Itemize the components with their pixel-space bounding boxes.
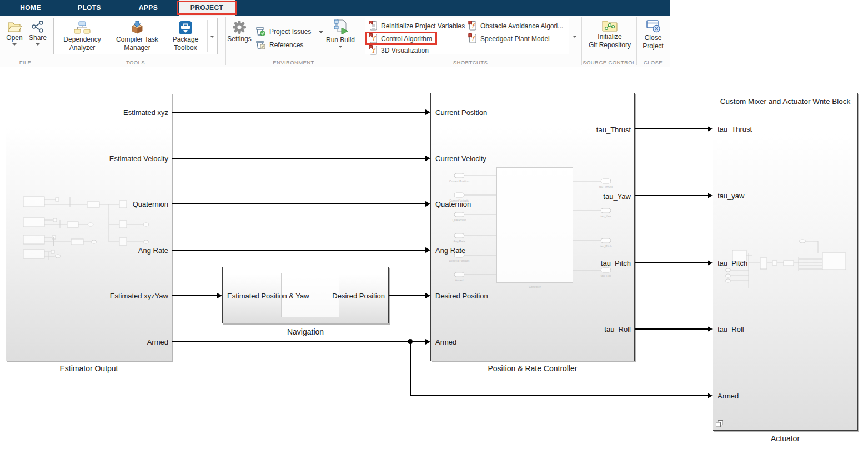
port-label: tau_yaw <box>718 191 744 201</box>
block-caption-navigation: Navigation <box>222 327 389 336</box>
section-label-source-control: SOURCE CONTROL <box>582 59 636 66</box>
run-build-label: Run Build <box>326 36 355 44</box>
port-label: Estimated Velocity <box>109 154 168 164</box>
simulink-model-canvas[interactable]: Estimated xyz Estimated Velocity Quatern… <box>0 67 868 449</box>
block-caption-position-rate-controller: Position & Rate Controller <box>430 364 635 373</box>
shortcut-function-icon: f <box>468 33 477 44</box>
close-project-button[interactable]: Close Project <box>638 19 669 50</box>
close-project-label-2: Project <box>643 42 663 50</box>
wire-arrowhead <box>708 393 713 398</box>
shortcut-obstacle-avoidance[interactable]: f Obstacle Avoidance Algori... <box>468 21 563 31</box>
shortcut-speedgoat-plant-model[interactable]: f Speedgoat Plant Model <box>468 33 550 44</box>
tab-apps[interactable]: APPS <box>120 0 177 16</box>
project-issues-button[interactable]: Project Issues <box>255 27 323 37</box>
toolstrip-ribbon: Open Share FILE Dependency Analyzer Comp… <box>0 16 670 67</box>
wire-arrowhead <box>708 260 713 266</box>
signal-wire-estimated-xyz[interactable] <box>172 112 425 113</box>
ghost-subsystem-preview <box>6 93 173 362</box>
signal-wire-desired-position[interactable] <box>389 295 425 296</box>
ghost-port-label: tau_Pitch <box>600 245 612 248</box>
compiler-task-manager-icon <box>130 21 144 35</box>
open-dropdown-caret[interactable] <box>12 43 17 46</box>
signal-wire-armed[interactable] <box>172 341 425 342</box>
signal-wire-estimated-xyzyaw[interactable] <box>172 295 217 296</box>
run-build-caret[interactable] <box>338 46 343 48</box>
shortcut-3d-visualization[interactable]: f 3D Visualization <box>369 45 429 56</box>
port-label: Estimated Position & Yaw <box>227 291 309 301</box>
dependency-analyzer-label-2: Analyzer <box>69 44 96 52</box>
dependency-analyzer-button[interactable]: Dependency Analyzer <box>54 18 111 54</box>
run-build-button[interactable]: Run Build <box>324 19 357 48</box>
shortcut-function-icon: f <box>468 21 477 31</box>
signal-wire-ang-rate[interactable] <box>172 250 425 251</box>
project-issues-icon <box>255 27 266 37</box>
ghost-port-label: Ang Rate <box>454 240 465 243</box>
share-dropdown-caret[interactable] <box>36 43 40 46</box>
references-button[interactable]: References <box>255 40 303 50</box>
package-toolbox-label-2: Toolbox <box>174 44 197 52</box>
signal-wire-tau-pitch[interactable] <box>635 262 708 263</box>
model-badge-icon <box>715 420 724 428</box>
section-label-environment: ENVIRONMENT <box>225 59 362 66</box>
ghost-port-label: tau_Yaw <box>600 214 611 218</box>
compiler-task-manager-label-2: Manager <box>124 44 150 52</box>
shortcut-label: Speedgoat Plant Model <box>480 35 550 43</box>
port-label: Current Velocity <box>435 154 486 164</box>
project-issues-caret[interactable] <box>319 31 323 33</box>
shortcut-label: 3D Visualization <box>381 47 429 54</box>
signal-wire-quaternion[interactable] <box>172 203 425 204</box>
shortcut-reinitialize-project-variables[interactable]: Reinitialize Project Variables <box>369 21 465 31</box>
port-label: Armed <box>435 337 456 347</box>
block-actuator[interactable]: Custom Mixer and Actuator Write Block ta… <box>713 93 858 431</box>
wire-arrowhead <box>708 326 713 332</box>
port-label: tau_Roll <box>718 325 744 335</box>
wire-arrowhead <box>708 193 713 198</box>
initialize-git-repository-button[interactable]: Initialize Git Repository <box>584 19 635 49</box>
port-label: Armed <box>147 337 168 347</box>
shortcuts-more-caret[interactable] <box>570 18 579 54</box>
ghost-port-label: Quaternion <box>453 218 466 222</box>
share-button[interactable]: Share <box>27 20 49 46</box>
settings-button[interactable]: Settings <box>227 20 252 43</box>
tools-groupbox: Dependency Analyzer Compiler Task Manage… <box>53 18 218 54</box>
block-position-rate-controller[interactable]: Current Position Current Velocity Quater… <box>430 93 635 361</box>
port-label: Desired Position <box>332 291 385 301</box>
shortcut-label: Obstacle Avoidance Algori... <box>480 22 563 30</box>
wire-arrowhead <box>425 156 430 161</box>
port-label: tau_Thrust <box>596 125 631 135</box>
package-toolbox-label-1: Package <box>173 36 199 43</box>
block-caption-actuator: Actuator <box>713 434 858 443</box>
ghost-port-label: tau_Thrust <box>599 185 613 188</box>
open-folder-icon <box>7 20 22 33</box>
port-label: Desired Position <box>435 291 488 301</box>
shortcut-control-algorithm[interactable]: f Control Algorithm <box>369 33 432 44</box>
references-icon <box>255 40 266 50</box>
port-label: tau_Yaw <box>603 192 631 202</box>
tab-home[interactable]: HOME <box>6 0 56 16</box>
open-button[interactable]: Open <box>3 20 26 46</box>
references-label: References <box>269 41 303 49</box>
section-separator <box>581 17 582 65</box>
signal-wire-tau-thrust[interactable] <box>635 128 708 129</box>
settings-label: Settings <box>227 35 251 43</box>
signal-wire-estimated-velocity[interactable] <box>172 158 425 159</box>
shortcut-label: Reinitialize Project Variables <box>381 22 465 30</box>
block-estimator-output[interactable]: Estimated xyz Estimated Velocity Quatern… <box>6 93 172 361</box>
tab-plots[interactable]: PLOTS <box>61 0 118 16</box>
tools-more-caret[interactable] <box>208 18 217 54</box>
signal-wire-tau-roll[interactable] <box>635 328 708 330</box>
section-separator <box>636 17 637 65</box>
block-navigation[interactable]: Estimated Position & Yaw Desired Positio… <box>222 267 389 323</box>
tab-project[interactable]: PROJECT <box>179 0 235 16</box>
ghost-controller-block <box>496 167 573 283</box>
port-label: tau_Thrust <box>718 124 752 134</box>
signal-wire-armed-branch[interactable] <box>410 341 411 396</box>
ghost-port-label: Armed <box>455 278 464 282</box>
compiler-task-manager-button[interactable]: Compiler Task Manager <box>111 18 164 54</box>
signal-wire-armed-branch[interactable] <box>410 395 708 396</box>
signal-wire-tau-yaw[interactable] <box>635 195 708 196</box>
port-label: Quaternion <box>435 199 471 209</box>
package-toolbox-button[interactable]: Package Toolbox <box>164 18 207 54</box>
project-issues-label: Project Issues <box>269 28 311 36</box>
run-build-icon <box>332 19 349 36</box>
